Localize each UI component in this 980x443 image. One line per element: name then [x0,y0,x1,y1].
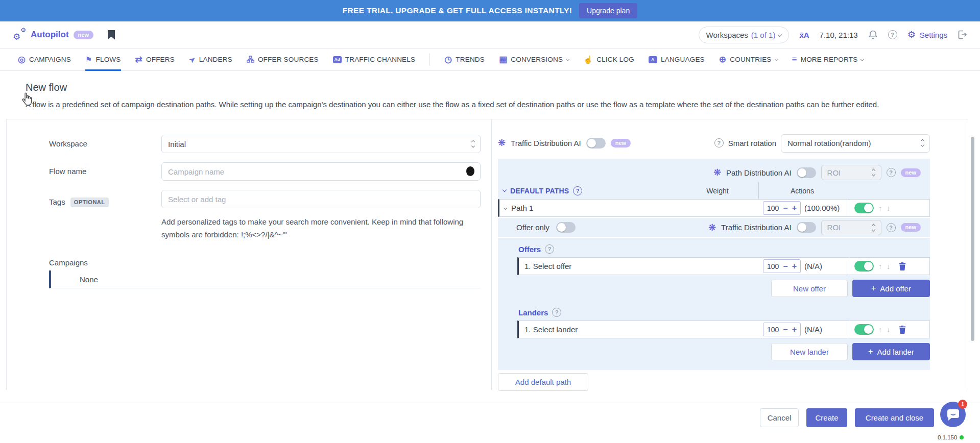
default-paths-help-icon[interactable]: ? [573,186,582,195]
lander-enabled-toggle[interactable] [854,324,874,335]
move-down-icon[interactable]: ↓ [887,205,890,212]
tab-landers[interactable]: ➤ LANDERS [189,48,232,71]
create-and-close-button[interactable]: Create and close [855,408,934,427]
landers-help-icon[interactable]: ? [552,308,561,317]
tab-campaigns[interactable]: ◎ CAMPAIGNS [18,48,71,71]
landers-section: Landers ? 1. Select lander 100 − + (N/A) [517,297,930,370]
flow-name-label: Flow name [49,162,161,181]
smart-rotation-label: Smart rotation [728,139,776,147]
path-ai-metric-select[interactable]: ROI [821,165,881,180]
cancel-button[interactable]: Cancel [760,408,799,427]
trial-banner: FREE TRIAL. UPGRADE & GET FULL ACCESS IN… [0,0,980,21]
tab-flows[interactable]: ⚑ FLOWS [85,48,121,71]
offers-title: Offers [518,245,541,254]
actions-column-header: Actions [758,182,930,199]
tab-offers[interactable]: ⇄ OFFERS [135,48,175,71]
create-button[interactable]: Create [806,408,847,427]
weight-increase-button[interactable]: + [792,262,797,270]
offer-weight-value[interactable]: 100 [767,262,779,270]
plus-icon: + [868,348,873,356]
add-default-path-button[interactable]: Add default path [498,373,588,391]
upgrade-plan-button[interactable]: Upgrade plan [579,3,637,18]
path-name: Path 1 [511,204,533,212]
tags-label: Tags [49,194,65,206]
new-flow-form-card: Workspace Initial Flow name Tags OPTIONA… [6,119,968,390]
workspace-select[interactable]: Initial [161,135,481,153]
nav-divider [429,54,430,66]
notifications-bell-icon[interactable] [868,30,878,40]
weight-increase-button[interactable]: + [792,326,797,334]
lander-row[interactable]: 1. Select lander 100 − + (N/A) ↑ ↓ [517,321,930,338]
brand-logo[interactable]: ⚙⚙ Autopilot new [13,29,93,41]
trash-icon[interactable] [899,326,906,334]
offer-row[interactable]: 1. Select offer 100 − + (N/A) ↑ ↓ [517,257,930,275]
offer-enabled-toggle[interactable] [854,261,874,272]
lander-weight-percent: (N/A) [804,325,822,334]
translate-icon[interactable]: x̄A [799,31,809,39]
tab-click-log[interactable]: ☝ CLICK LOG [583,48,634,71]
move-up-icon[interactable]: ↑ [878,326,882,333]
app-header: ⚙⚙ Autopilot new Workspaces (1 of 1) x̄A… [0,21,980,48]
path-enabled-toggle[interactable] [854,203,874,213]
lander-weight-value[interactable]: 100 [767,326,779,334]
offer-sources-sitemap-icon [247,56,254,64]
offers-help-icon[interactable]: ? [545,244,554,254]
path-ai-help-icon[interactable]: ? [887,168,896,177]
status-dot [960,435,964,439]
tags-input[interactable] [161,190,481,208]
smart-rotation-help-icon[interactable]: ? [714,138,724,147]
path-row[interactable]: Path 1 100 − + (100.00%) ↑ ↓ [498,199,930,217]
chat-bubble-icon [947,409,959,418]
workspaces-dropdown[interactable]: Workspaces (1 of 1) [699,27,790,43]
path-distribution-ai-toggle[interactable] [797,167,816,178]
settings-link[interactable]: Settings [920,31,947,39]
weight-decrease-button[interactable]: − [783,326,787,334]
new-lander-button[interactable]: New lander [771,343,848,360]
add-lander-button[interactable]: + Add lander [852,343,930,360]
path-traffic-ai-metric-select[interactable]: ROI [821,220,881,235]
tab-trends[interactable]: ◷ TRENDS [444,48,485,71]
scrollbar-thumb[interactable] [971,137,974,341]
logout-icon[interactable] [958,30,968,39]
new-offer-button[interactable]: New offer [771,280,848,297]
weight-increase-button[interactable]: + [792,204,797,212]
trash-icon[interactable] [899,262,906,270]
path-traffic-ai-toggle[interactable] [797,222,816,233]
traffic-ai-help-icon[interactable]: ? [887,223,896,232]
tab-more-reports[interactable]: ≡ MORE REPORTS [792,48,864,71]
tab-traffic-channels[interactable]: Ad TRAFFIC CHANNELS [333,48,415,71]
offer-only-toggle[interactable] [556,222,576,233]
traffic-ai-new-badge: new [611,139,631,147]
chat-widget-button[interactable]: 1 [940,402,966,427]
add-offer-button[interactable]: + Add offer [852,280,930,297]
flow-color-dot[interactable] [466,166,474,176]
move-down-icon[interactable]: ↓ [887,326,890,333]
traffic-distribution-ai-toggle[interactable] [586,138,606,149]
path-expander-icon[interactable] [504,206,507,210]
tags-optional-badge: OPTIONAL [70,198,109,207]
bookmark-icon[interactable] [108,30,115,40]
plus-icon: + [871,284,876,292]
select-chevrons-icon [872,169,875,176]
move-up-icon[interactable]: ↑ [878,205,882,212]
lander-row-label: 1. Select lander [524,325,578,334]
flow-name-input[interactable] [161,162,481,181]
weight-decrease-button[interactable]: − [783,204,787,212]
collapse-chevron-icon[interactable] [503,188,507,192]
tab-conversions[interactable]: ▦ CONVERSIONS [499,48,569,71]
smart-rotation-select[interactable]: Normal rotation(random) [781,134,930,153]
tab-countries[interactable]: ⊕ COUNTRIES [719,48,778,71]
traffic-distribution-ai-icon: ❋ [498,138,506,147]
page-description: A flow is a predefined set of campaign d… [26,98,942,111]
help-icon[interactable]: ? [888,30,897,39]
tab-offer-sources[interactable]: OFFER SOURCES [247,48,319,71]
path-weight-value[interactable]: 100 [767,204,779,212]
move-down-icon[interactable]: ↓ [887,263,890,270]
settings-gear-icon[interactable]: ⚙ [907,29,916,40]
move-up-icon[interactable]: ↑ [878,263,882,270]
weight-decrease-button[interactable]: − [783,262,787,270]
offer-row-label: 1. Select offer [524,262,571,270]
tab-languages[interactable]: A LANGUAGES [649,48,705,71]
path-ai-new-badge: new [901,168,921,177]
trial-banner-text: FREE TRIAL. UPGRADE & GET FULL ACCESS IN… [343,6,572,15]
